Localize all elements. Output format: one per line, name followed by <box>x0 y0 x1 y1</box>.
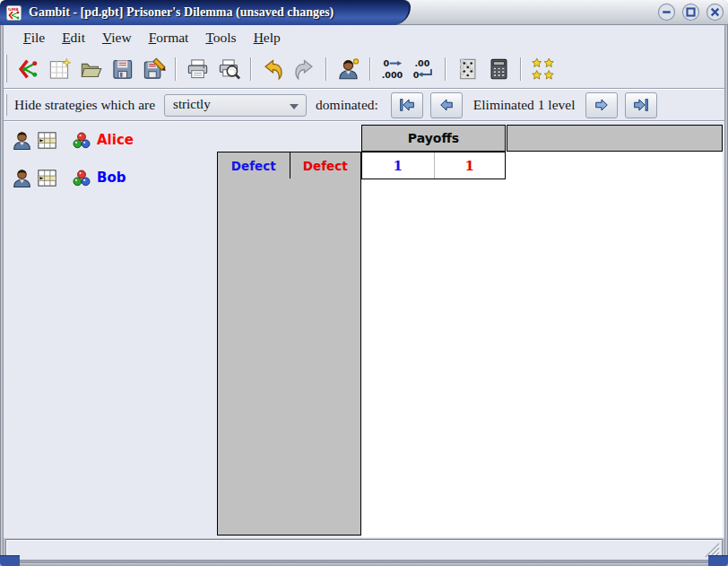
increase-decimals-button[interactable]: 0 .000 <box>380 57 404 82</box>
player-color-icon[interactable] <box>72 167 91 189</box>
toolbar-separator <box>520 57 522 81</box>
payoff-row: 1 1 <box>361 152 506 179</box>
svg-text:GMB: GMB <box>8 6 19 11</box>
dominance-label-suffix: dominated: <box>316 97 378 113</box>
player-name-alice[interactable]: Alice <box>97 132 134 148</box>
player-color-icon[interactable] <box>72 129 91 152</box>
menu-item-edit[interactable]: Edit <box>59 28 88 48</box>
strategy-row: Defect Defect <box>217 152 361 179</box>
menu-item-view[interactable]: View <box>100 28 134 48</box>
player-name-bob[interactable]: Bob <box>97 170 126 186</box>
toolbar-separator <box>369 57 371 81</box>
status-bar <box>5 539 723 561</box>
toolbar-separator <box>175 57 177 81</box>
player-icon[interactable] <box>11 167 33 189</box>
window-border-bottom[interactable] <box>0 562 728 566</box>
header-spacer-cell <box>507 125 723 152</box>
randomize-payoffs-button[interactable] <box>455 57 480 82</box>
payoffs-header: Payoffs <box>361 125 506 152</box>
edit-strategies-icon[interactable] <box>36 129 58 152</box>
svg-text:0: 0 <box>383 58 389 68</box>
add-player-button[interactable] <box>336 57 360 82</box>
window-title: Gambit - [pd.gbt] Prisoner's Dilemma (un… <box>29 5 334 20</box>
decrease-decimals-button[interactable]: .00 0 <box>412 57 436 82</box>
last-level-button[interactable] <box>625 92 657 118</box>
edit-strategies-icon[interactable] <box>36 167 58 189</box>
menu-item-format[interactable]: Format <box>146 28 192 48</box>
strategy-cell-column-player[interactable]: Defect <box>290 152 361 179</box>
dominance-status: Eliminated 1 level <box>473 97 576 113</box>
player-row-alice: Alice <box>4 127 215 156</box>
menu-item-tools[interactable]: Tools <box>203 28 238 48</box>
save-button[interactable] <box>110 57 134 82</box>
dominance-type-select[interactable]: strictly <box>164 94 307 117</box>
strategic-form-view: Alice Bob <box>4 122 724 538</box>
previous-level-button[interactable] <box>430 92 463 118</box>
svg-text:.000: .000 <box>382 70 403 80</box>
dominance-toolbar: Hide strategies which are strictly domin… <box>4 90 724 121</box>
gambit-logo-icon[interactable] <box>16 57 40 82</box>
open-button[interactable] <box>79 57 103 82</box>
print-preview-button[interactable] <box>217 57 241 82</box>
undo-button[interactable] <box>261 57 285 82</box>
calculator-button[interactable] <box>487 57 511 82</box>
window-border-right[interactable] <box>724 25 728 562</box>
svg-text:0: 0 <box>413 70 420 80</box>
toolbar: 0 .000 .00 0 <box>4 49 724 89</box>
svg-text:.00: .00 <box>414 58 429 68</box>
title-tab: GMB Gambit - [pd.gbt] Prisoner's Dilemma… <box>0 0 411 25</box>
player-row-bob: Bob <box>4 165 215 194</box>
dominance-label-prefix: Hide strategies which are <box>14 97 155 113</box>
toolbar-separator <box>325 57 327 81</box>
menu-item-help[interactable]: Help <box>251 28 283 48</box>
window-corner-bottom-right[interactable] <box>708 555 728 566</box>
next-level-button[interactable] <box>585 92 618 118</box>
new-game-button[interactable] <box>48 57 72 82</box>
strategy-cell-row-player[interactable]: Defect <box>218 152 290 179</box>
toolbar-separator <box>250 57 252 81</box>
toolbar-separator <box>445 57 446 81</box>
payoff-cell-column-player[interactable]: 1 <box>434 152 506 179</box>
menu-item-file[interactable]: File <box>21 28 48 48</box>
dominance-type-value: strictly <box>173 97 211 111</box>
dominance-toolbar-gripper[interactable] <box>5 94 9 116</box>
window-border-left[interactable] <box>0 25 4 562</box>
compute-equilibria-button[interactable] <box>531 57 555 82</box>
window-corner-bottom-left[interactable] <box>0 555 20 566</box>
first-level-button[interactable] <box>391 92 423 118</box>
minimize-button[interactable] <box>657 3 676 22</box>
redo-button-disabled[interactable] <box>292 57 316 82</box>
toolbar-gripper[interactable] <box>5 55 9 82</box>
gambit-app-icon: GMB <box>6 5 22 21</box>
title-bar[interactable]: GMB Gambit - [pd.gbt] Prisoner's Dilemma… <box>0 0 728 25</box>
table-background <box>361 125 723 537</box>
chevron-down-icon <box>290 104 299 109</box>
maximize-button[interactable] <box>681 3 700 22</box>
gambit-window: GMB Gambit - [pd.gbt] Prisoner's Dilemma… <box>0 0 728 566</box>
save-as-button[interactable] <box>142 57 166 82</box>
close-button[interactable] <box>706 3 724 22</box>
menu-bar: FileEditViewFormatToolsHelp <box>4 25 724 49</box>
print-button[interactable] <box>186 57 210 82</box>
payoff-cell-row-player[interactable]: 1 <box>362 152 434 179</box>
strategy-column-area[interactable] <box>217 179 361 536</box>
player-icon[interactable] <box>11 129 33 152</box>
